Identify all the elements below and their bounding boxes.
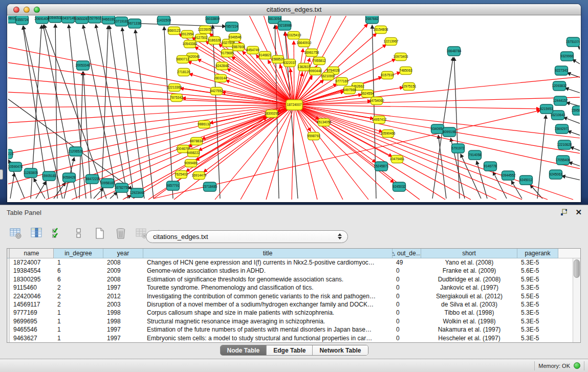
network-node[interactable]: 10437149 [61,16,76,23]
network-node[interactable]: 9175685 [221,50,234,57]
network-node[interactable]: 12444157 [553,96,568,105]
tab-node-table[interactable]: Node Table [220,345,267,355]
column-header-out_de[interactable]: △out_de… [393,249,421,258]
table-row[interactable]: 946362711997Embryonic stem cells: a mode… [7,334,580,342]
network-node[interactable]: 11283805 [24,168,38,178]
table-row[interactable]: 1830029562008Estimation of significance … [7,275,580,283]
network-node[interactable]: 10653287 [75,16,90,24]
network-node[interactable]: 9245063 [549,170,562,179]
citation-network-graph[interactable]: 9858025935572420691406105905321043714910… [8,16,580,202]
network-node[interactable]: 2803144 [214,75,227,82]
network-node[interactable]: 12213967 [384,38,399,46]
network-node[interactable]: 8660123 [167,27,181,35]
row-height-button[interactable] [71,226,86,241]
network-node[interactable]: 15958155 [572,106,580,115]
column-header-pagerank[interactable]: pagerank [517,249,558,258]
network-node[interactable]: 20053346 [76,61,91,70]
network-node[interactable]: 15692971 [555,124,570,134]
network-node[interactable]: 15245871 [374,162,389,171]
network-node[interactable]: 18300295 [265,110,279,118]
column-header-title[interactable]: title [143,249,393,258]
network-node[interactable]: 9857791 [166,181,180,190]
network-node[interactable]: 3912954 [181,31,194,38]
network-node[interactable]: 3624554 [361,90,374,98]
network-node[interactable]: 2718120 [177,69,190,76]
network-node[interactable]: 12975151 [402,83,417,91]
network-node[interactable]: 8878834 [190,138,203,145]
network-node[interactable]: 2867608 [232,43,245,51]
network-node[interactable]: 16033809 [205,16,220,24]
network-hub-node[interactable]: 18724007 [286,100,302,110]
select-rows-button[interactable] [50,226,66,241]
network-node[interactable]: 8454749 [246,47,259,54]
network-node[interactable]: 8186328 [208,37,221,45]
table-row[interactable]: 1938455462009Genome-wide association stu… [7,267,580,275]
network-node[interactable]: 15751074 [566,37,580,47]
network-node[interactable]: 7625402 [175,171,188,179]
network-node[interactable]: 7857224 [225,22,238,31]
network-node[interactable]: 12226058 [198,26,213,34]
network-node[interactable]: 16914479 [192,172,207,180]
network-node[interactable]: 7914058 [468,150,482,160]
panel-collapse-handle[interactable] [0,169,3,180]
network-node[interactable]: 9146821 [258,52,272,59]
tab-edge-table[interactable]: Edge Table [267,345,313,355]
network-node[interactable]: 16648784 [447,47,462,56]
tab-network-table[interactable]: Network Table [313,345,367,355]
network-node[interactable]: 12923448 [130,188,145,198]
table-row[interactable]: 1872400712008Changes of HCN gene express… [7,258,580,267]
network-node[interactable]: 9886132 [198,121,211,128]
network-node[interactable]: 10325419 [287,32,301,39]
network-node[interactable]: 7955812 [313,57,326,65]
network-node[interactable]: 7485063 [399,67,412,75]
network-node[interactable]: 1588520 [271,56,285,63]
network-node[interactable]: 9099489 [184,160,198,167]
show-columns-button[interactable] [29,226,45,241]
network-node[interactable]: 9227343 [555,66,568,75]
network-node[interactable]: 9146778 [484,162,497,171]
network-node[interactable]: 16961758 [304,49,319,57]
network-node[interactable]: 8157516 [381,72,394,79]
network-node[interactable]: 12213369 [167,84,182,92]
network-node[interactable]: 16640910 [297,39,312,47]
scrollbar-thumb[interactable] [574,259,580,278]
network-node[interactable]: 15905183 [42,171,57,181]
network-node[interactable]: 10944552 [501,171,516,180]
network-node[interactable]: 10719181 [114,17,129,26]
column-header-year[interactable]: year [103,249,143,258]
network-node[interactable]: 14754060 [369,97,384,105]
network-canvas[interactable]: 9858025935572420691406105905321043714910… [8,16,580,202]
network-node[interactable]: 8847223 [85,174,99,184]
network-node[interactable]: 10479461 [390,156,405,163]
memory-ok-led[interactable] [574,362,580,369]
minimize-window-button[interactable] [24,7,30,13]
network-node[interactable]: 12093832 [552,81,567,91]
network-node[interactable]: 8427552 [210,87,223,95]
float-window-icon[interactable] [560,209,568,216]
network-node[interactable]: 10590466 [381,130,396,138]
network-node[interactable]: 9245012 [519,176,533,185]
network-node[interactable]: 9777169 [335,78,349,85]
network-node[interactable]: 20691406 [35,16,50,24]
network-node[interactable]: 16782759 [115,183,129,192]
network-node[interactable]: 8322037 [283,59,296,67]
network-node[interactable]: 16210997 [321,73,336,80]
new-document-button[interactable] [92,226,107,241]
network-node[interactable]: 10543382 [183,40,198,48]
network-node[interactable]: 6497568 [343,86,356,94]
network-node[interactable]: 16154808 [374,26,388,34]
network-node[interactable]: 9127502 [194,34,208,42]
network-node[interactable]: 9990448 [309,68,322,75]
network-node[interactable]: 9346546 [228,34,242,41]
table-row[interactable]: 977716911998Corpus callosum shape and si… [7,309,580,317]
network-node[interactable]: 10973403 [394,53,408,61]
table-selector[interactable]: citations_edges.txt [146,230,348,243]
network-node[interactable]: 21206528 [69,147,83,156]
network-node[interactable]: 9245032 [393,182,406,191]
network-node[interactable]: 9598793 [307,133,320,140]
network-node[interactable]: 17055406 [556,156,571,165]
table-row[interactable]: 946554611997Estimation of the future num… [7,325,580,334]
network-node[interactable]: 14957412 [372,116,387,124]
table-row[interactable]: 969969511998Structural magnetic resonanc… [7,317,580,325]
network-node[interactable]: 6791972 [451,144,465,153]
